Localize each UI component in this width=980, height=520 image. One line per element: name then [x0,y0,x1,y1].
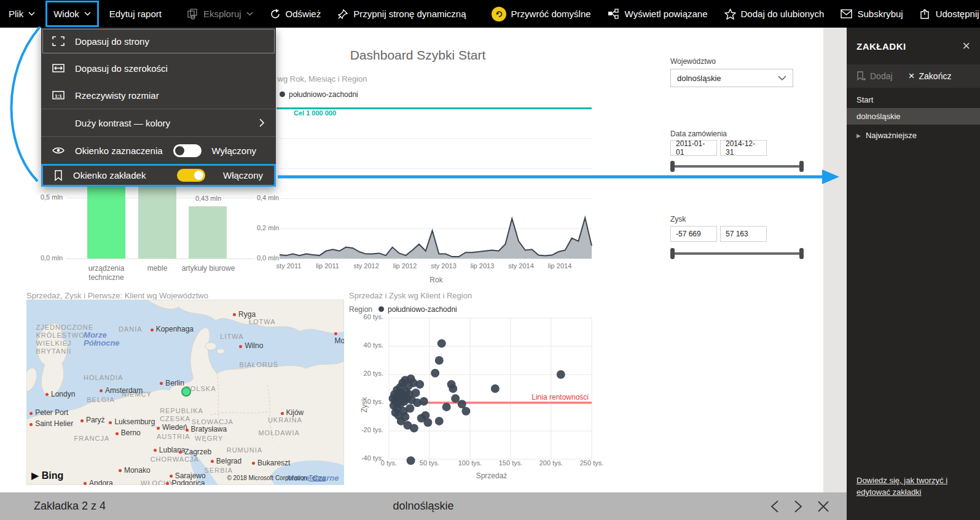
bookmarks-pane-toggle[interactable] [177,169,205,182]
profit-range-slider[interactable] [670,248,804,259]
next-bookmark-icon[interactable] [794,500,802,513]
scatter-point[interactable] [410,424,418,432]
close-pane-icon[interactable]: × [962,40,970,52]
menu-item-fit-to-page[interactable]: Dopasuj do strony [41,28,276,55]
refresh-icon [270,9,281,20]
scatter-point[interactable] [491,384,500,393]
menu-item-bookmarks-pane[interactable]: Okienko zakładek Włączony [41,164,276,187]
add-bookmark-button[interactable]: Dodaj [857,71,893,82]
star-icon [724,9,736,20]
menu-item-selection-pane[interactable]: Okienko zaznaczenia Wyłączony [41,137,276,164]
bar-artykuly[interactable] [189,206,227,258]
map-title: Sprzedaż, Zysk i Pierwsze: Klient wg Woj… [26,291,208,300]
date-range-slider[interactable] [670,161,804,172]
bookmark-add-icon [857,71,866,82]
subscribe-button[interactable]: Subskrybuj [841,0,903,28]
date-from-input[interactable]: 2011-01-01 [670,140,717,156]
map-label-country: RUMUNIA [227,446,262,454]
bookmark-icon [54,170,63,181]
slider-handle[interactable] [799,248,804,259]
scatter-x-tick: 100 tys. [449,459,492,467]
map-label-country: ŁOTWA [249,318,276,326]
bookmark-group-najwazniejsze[interactable]: ▶ Najważniejsze [847,127,980,144]
bing-logo[interactable]: ▶ Bing [31,470,63,481]
city-dot-icon [252,462,255,465]
menu-view[interactable]: Widok [45,1,99,27]
scatter-point[interactable] [431,369,439,378]
map-label-city: Belgrad [211,457,241,465]
chevron-down-icon [84,12,91,16]
scatter-point[interactable] [401,413,409,421]
learn-bookmarks-link[interactable]: Dowiedz się, jak tworzyć i edytować zakł… [857,475,967,498]
scatter-xaxis-name: Sprzedaż [470,471,513,480]
add-favorite-button[interactable]: Dodaj do ulubionych [724,0,825,28]
explore-button[interactable]: Eksploruj [187,0,253,28]
edit-report-button[interactable]: Edytuj raport [109,0,162,28]
scatter-y-tick: 60 tys. [348,313,383,320]
region-slicer-label: Województwo [670,57,716,66]
scatter-point[interactable] [406,404,414,413]
map-label-city: Saint Helier [29,420,73,428]
refresh-button[interactable]: Odśwież [270,0,321,28]
scatter-point[interactable] [435,417,444,425]
map-visual[interactable]: Morze PółnocneMorze CzarneZJEDNOCZONE KR… [26,300,344,485]
slider-handle[interactable] [799,161,804,172]
menu-file[interactable]: Plik [9,0,35,28]
bookmark-item-dolnoslaskie[interactable]: dolnośląskie [847,108,980,125]
slider-handle[interactable] [670,248,675,259]
scatter-point[interactable] [415,380,424,389]
canvas-gutter [823,28,847,492]
pin-live-page-button[interactable]: Przypnij stronę dynamiczną [337,0,466,28]
bar-y-tick: 0,5 mln [31,193,63,201]
restore-defaults-icon [492,7,506,21]
exit-bookmarks-button[interactable]: × Zakończ [909,70,952,82]
scatter-legend: Regionpołudniowo-zachodni [349,305,457,314]
share-button[interactable]: Udostępnij [920,0,979,28]
slider-handle[interactable] [670,161,675,172]
bookmark-position: Zakładka 2 z 4 [34,500,106,513]
scatter-plot[interactable] [386,315,598,465]
scatter-point[interactable] [557,370,565,379]
exit-view-icon[interactable] [817,500,829,513]
map-label-country: BIAŁORUŚ [239,361,278,369]
scatter-point[interactable] [423,418,432,427]
related-icon [608,9,620,20]
profit-to-input[interactable]: 57 163 [720,226,767,242]
selection-pane-toggle[interactable] [173,144,202,157]
scatter-point[interactable] [435,356,444,365]
bookmark-item-start[interactable]: Start [847,91,980,108]
map-data-point[interactable] [181,387,191,397]
scatter-point[interactable] [449,384,457,393]
scatter-point[interactable] [437,339,446,347]
menu-item-fit-to-width[interactable]: Dopasuj do szerokości [41,55,276,82]
previous-bookmark-icon[interactable] [770,500,779,513]
scatter-point[interactable] [461,407,470,416]
area-x-tick: lip 2011 [309,262,346,270]
scatter-point[interactable] [420,397,428,406]
date-to-input[interactable]: 2014-12-31 [720,140,767,156]
view-related-button[interactable]: Wyświetl powiązane [608,0,708,28]
scatter-point[interactable] [412,389,420,397]
menu-item-high-contrast[interactable]: Duży kontrast — kolory [41,109,276,136]
scatter-point[interactable] [451,394,460,403]
menu-item-actual-size[interactable]: 1:1 Rzeczywisty rozmiar [41,82,276,109]
current-bookmark-name: dolnośląskie [0,500,847,513]
city-dot-icon [160,382,163,385]
profit-slicer-label: Zysk [670,215,686,223]
map-label-city: Wilno [239,342,263,350]
profit-from-input[interactable]: -57 669 [670,226,717,242]
restore-defaults-button[interactable]: Przywróć domyślne [492,0,591,28]
map-label-city: Monako [119,467,151,475]
map-label-city: Kijów [281,409,304,417]
region-dropdown[interactable]: dolnośląskie [670,69,793,87]
map-label-city: Luksemburg [109,418,155,426]
chevron-down-icon [778,76,786,81]
expander-icon[interactable]: ▶ [857,133,861,139]
area-series[interactable] [276,80,596,264]
bar-category: artykuły biurowe [174,264,242,273]
terms-link[interactable]: Terms [309,475,326,481]
city-dot-icon [166,482,169,485]
scatter-point[interactable] [442,403,451,411]
city-dot-icon [154,449,157,452]
app-window: Dashboard Szybki Start 0,43 mln urządzen… [0,0,980,520]
